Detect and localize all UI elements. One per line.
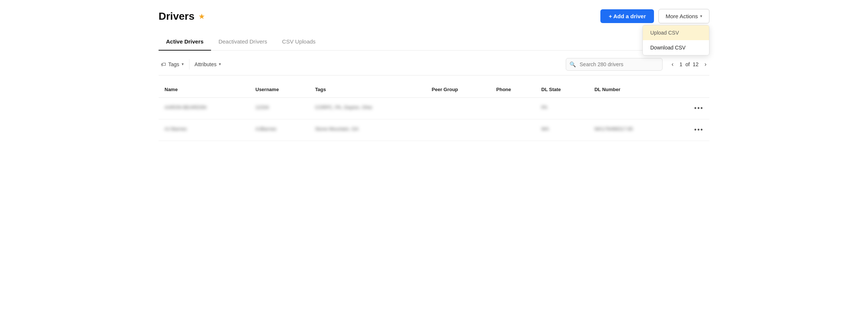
search-input[interactable]	[566, 58, 663, 71]
drivers-table-wrapper: Name Username Tags Peer Group Phone DL S…	[159, 81, 709, 141]
table-row: AARON BEARDSN 12334 CORPC, PA, Dayton, O…	[159, 97, 709, 119]
col-username: Username	[249, 81, 309, 98]
col-tags: Tags	[309, 81, 425, 98]
table-row: AJ Barnes AJBarnes Stone Mountain, GA WA…	[159, 119, 709, 141]
drivers-table: Name Username Tags Peer Group Phone DL S…	[159, 81, 709, 141]
attributes-label: Attributes	[195, 61, 217, 67]
driver-dl-number-1	[588, 97, 674, 119]
filters-left: 🏷 Tags ▾ Attributes ▾	[159, 59, 226, 70]
driver-name-2: AJ Barnes	[159, 119, 249, 141]
tag-icon: 🏷	[161, 61, 166, 67]
driver-dl-state-1: PA	[535, 97, 588, 119]
more-actions-menu: Upload CSV Download CSV	[642, 25, 709, 55]
tab-deactivated-drivers[interactable]: Deactivated Drivers	[211, 34, 275, 51]
table-header-row: Name Username Tags Peer Group Phone DL S…	[159, 81, 709, 98]
favorite-icon[interactable]: ★	[198, 12, 205, 21]
driver-peer-group-2	[426, 119, 491, 141]
attributes-chevron: ▾	[219, 62, 221, 67]
col-dl-state: DL State	[535, 81, 588, 98]
col-phone: Phone	[490, 81, 535, 98]
tags-label: Tags	[168, 61, 179, 67]
header-actions: + Add a driver More Actions ▾ Upload CSV…	[600, 9, 709, 23]
download-csv-item[interactable]: Download CSV	[643, 40, 709, 55]
driver-dl-state-2: WA	[535, 119, 588, 141]
more-actions-label: More Actions	[666, 13, 698, 19]
col-dl-number: DL Number	[588, 81, 674, 98]
col-name: Name	[159, 81, 249, 98]
tab-active-drivers[interactable]: Active Drivers	[159, 34, 211, 51]
pagination: ‹ 1 of 12 ›	[668, 60, 709, 69]
search-wrapper: 🔍	[566, 58, 663, 71]
more-actions-dropdown: More Actions ▾ Upload CSV Download CSV	[658, 9, 709, 23]
driver-phone-2	[490, 119, 535, 141]
driver-username-2: AJBarnes	[249, 119, 309, 141]
page-header: Drivers ★ + Add a driver More Actions ▾ …	[159, 9, 709, 23]
more-actions-button[interactable]: More Actions ▾	[658, 9, 709, 23]
driver-peer-group-1	[426, 97, 491, 119]
col-actions-header	[674, 81, 709, 98]
more-actions-chevron: ▾	[700, 14, 702, 19]
next-page-button[interactable]: ›	[702, 60, 709, 69]
page-current: 1	[680, 61, 683, 67]
tags-chevron: ▾	[182, 62, 184, 67]
search-icon: 🔍	[569, 61, 576, 67]
driver-name-1: AARON BEARDSN	[159, 97, 249, 119]
page-total: 12	[693, 61, 699, 67]
page-title: Drivers	[159, 10, 195, 22]
row-actions-button-1[interactable]: •••	[674, 97, 709, 119]
row-actions-button-2[interactable]: •••	[674, 119, 709, 141]
prev-page-button[interactable]: ‹	[668, 60, 676, 69]
upload-csv-item[interactable]: Upload CSV	[643, 25, 709, 40]
filters-row: 🏷 Tags ▾ Attributes ▾ 🔍 ‹ 1 of 12 ›	[159, 58, 709, 76]
driver-phone-1	[490, 97, 535, 119]
tags-filter-button[interactable]: 🏷 Tags ▾	[159, 59, 189, 70]
add-driver-button[interactable]: + Add a driver	[600, 9, 654, 23]
driver-tags-2: Stone Mountain, GA	[309, 119, 425, 141]
header-left: Drivers ★	[159, 10, 205, 22]
driver-tags-1: CORPC, PA, Dayton, Ohio	[309, 97, 425, 119]
col-peer-group: Peer Group	[426, 81, 491, 98]
tab-csv-uploads[interactable]: CSV Uploads	[275, 34, 323, 51]
attributes-filter-button[interactable]: Attributes ▾	[189, 59, 226, 70]
page-of-label: of	[685, 61, 690, 67]
tabs-bar: Active Drivers Deactivated Drivers CSV U…	[159, 34, 709, 51]
driver-dl-number-2: WA176498317.65	[588, 119, 674, 141]
driver-username-1: 12334	[249, 97, 309, 119]
filters-right: 🔍 ‹ 1 of 12 ›	[566, 58, 709, 71]
